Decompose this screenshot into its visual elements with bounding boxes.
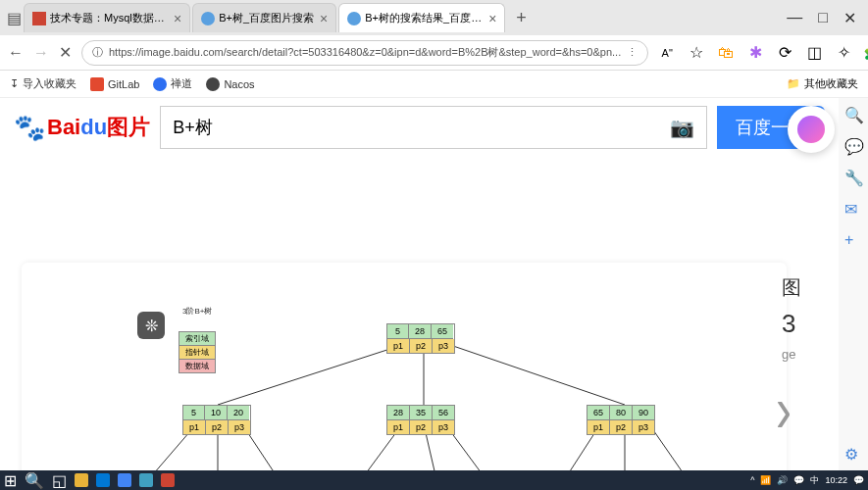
extension-icon[interactable]: ✱: [746, 44, 764, 62]
search-input[interactable]: B+树 📷: [160, 106, 707, 149]
clock-time[interactable]: 10:22: [825, 475, 847, 485]
bookmark-label: Nacos: [224, 78, 254, 90]
other-bookmarks[interactable]: 📁 其他收藏夹: [787, 76, 858, 91]
shopping-icon[interactable]: 🛍: [717, 44, 735, 62]
window-titlebar: ▤ 技术专题：Mysql数据库（视图... × B+树_百度图片搜索 × B+树…: [0, 0, 868, 35]
app-menu-icon[interactable]: ▤: [4, 9, 24, 27]
search-value: B+树: [173, 116, 213, 139]
mail-icon[interactable]: ✉: [844, 200, 862, 218]
close-icon[interactable]: ×: [320, 11, 328, 26]
collections-icon[interactable]: ✧: [835, 44, 852, 62]
chat-icon[interactable]: 💬: [844, 137, 862, 155]
refresh-icon[interactable]: ⟳: [776, 44, 793, 62]
tray-wifi-icon[interactable]: 📶: [760, 475, 771, 485]
baidu-icon: [201, 12, 215, 25]
back-button[interactable]: ←: [8, 44, 24, 62]
pdf-icon: [32, 12, 46, 25]
taskbar-app-2[interactable]: [96, 473, 110, 487]
tab-title: B+树的搜索结果_百度图片搜索: [365, 11, 483, 25]
tree-mid-node: 658090p1p2p3: [587, 405, 655, 435]
close-window-button[interactable]: ✕: [843, 9, 856, 27]
address-bar: ← → ✕ ⓘ https://image.baidu.com/search/d…: [0, 35, 868, 71]
close-icon[interactable]: ×: [488, 11, 496, 26]
edge-sidebar: 🔍 💬 🔧 ✉ + ⚙: [839, 98, 868, 470]
browser-tab-1[interactable]: B+树_百度图片搜索 ×: [192, 3, 336, 32]
extensions-icon[interactable]: 🧩: [864, 44, 868, 62]
taskbar-app-4[interactable]: [139, 473, 153, 487]
logo-text: Baidu图片: [47, 113, 150, 142]
task-view-icon[interactable]: ◱: [52, 471, 67, 490]
image-viewer: ❊ 3阶B+树 索引域 指针域 数据域 52865 p1p2p3: [22, 263, 787, 490]
settings-icon[interactable]: ⚙: [844, 445, 862, 463]
taskbar-app-1[interactable]: [75, 473, 88, 487]
other-bookmarks-label: 其他收藏夹: [804, 76, 858, 91]
new-tab-button[interactable]: +: [507, 8, 535, 28]
tree-edges: [22, 263, 787, 490]
split-icon[interactable]: ◫: [805, 44, 823, 62]
tree-root-node: 52865 p1p2p3: [386, 323, 455, 354]
tray-ime-icon[interactable]: 中: [810, 474, 819, 487]
browser-tab-2-active[interactable]: B+树的搜索结果_百度图片搜索 ×: [338, 3, 505, 32]
reader-mode-icon[interactable]: A": [658, 44, 676, 62]
nacos-icon: [206, 77, 220, 91]
tray-wechat-icon[interactable]: 💬: [793, 475, 804, 485]
baidu-images-logo[interactable]: 🐾 Baidu图片: [14, 113, 150, 143]
windows-taskbar: ⊞ 🔍 ◱ ^ 📶 🔊 💬 中 10:22 💬: [0, 470, 868, 490]
tab-title: B+树_百度图片搜索: [219, 11, 314, 25]
taskbar-app-3[interactable]: [118, 473, 131, 487]
search-header: 🐾 Baidu图片 B+树 📷 百度一下: [0, 98, 839, 157]
url-more-icon[interactable]: ⋮: [627, 46, 638, 59]
stop-reload-button[interactable]: ✕: [59, 44, 72, 62]
maximize-button[interactable]: □: [818, 9, 828, 27]
tools-icon[interactable]: 🔧: [844, 169, 862, 186]
bookmark-zentao[interactable]: 禅道: [153, 76, 192, 91]
ai-assistant-orb[interactable]: [788, 106, 835, 153]
folder-icon: 📁: [787, 77, 800, 90]
start-button[interactable]: ⊞: [4, 471, 17, 490]
tree-mid-node: 51020p1p2p3: [182, 405, 251, 435]
import-label: 导入收藏夹: [23, 76, 77, 91]
forward-button[interactable]: →: [33, 44, 49, 62]
zentao-icon: [153, 77, 167, 91]
bookmark-nacos[interactable]: Nacos: [206, 77, 254, 91]
baidu-icon: [347, 12, 361, 25]
bookmarks-bar: ↧ 导入收藏夹 GitLab 禅道 Nacos 📁 其他收藏夹: [0, 71, 868, 98]
search-icon[interactable]: 🔍: [844, 106, 862, 123]
notifications-icon[interactable]: 💬: [853, 475, 864, 485]
import-bookmarks[interactable]: ↧ 导入收藏夹: [10, 76, 77, 91]
url-input[interactable]: ⓘ https://image.baidu.com/search/detail?…: [81, 40, 648, 66]
minimize-button[interactable]: —: [787, 9, 802, 27]
favorite-icon[interactable]: ☆: [688, 44, 705, 62]
tray-icon[interactable]: ^: [750, 475, 754, 485]
svg-line-2: [453, 346, 625, 405]
close-icon[interactable]: ×: [174, 11, 181, 26]
site-info-icon[interactable]: ⓘ: [92, 45, 103, 60]
plus-icon[interactable]: +: [844, 231, 862, 249]
tree-mid-node: 283556p1p2p3: [386, 405, 455, 435]
tray-volume-icon[interactable]: 🔊: [777, 475, 788, 485]
url-text: https://image.baidu.com/search/detail?ct…: [109, 45, 621, 60]
tab-title: 技术专题：Mysql数据库（视图...: [50, 11, 168, 25]
page-content: 🐾 Baidu图片 B+树 📷 百度一下 ❊ 3阶B+树 索引域 指针域 数据域: [0, 98, 839, 470]
camera-icon[interactable]: 📷: [670, 116, 694, 139]
side-panel-preview: 图 3 ge 你: [782, 274, 805, 490]
browser-tab-0[interactable]: 技术专题：Mysql数据库（视图... ×: [24, 3, 190, 32]
brain-icon: [797, 116, 825, 143]
import-icon: ↧: [10, 77, 19, 90]
bookmark-gitlab[interactable]: GitLab: [90, 77, 139, 91]
svg-line-0: [218, 346, 399, 405]
paw-icon: 🐾: [14, 113, 45, 143]
bookmark-label: 禅道: [171, 76, 192, 91]
taskbar-app-5[interactable]: [161, 473, 175, 487]
bookmark-label: GitLab: [108, 78, 139, 90]
gitlab-icon: [90, 77, 104, 91]
search-taskbar-icon[interactable]: 🔍: [25, 471, 44, 490]
